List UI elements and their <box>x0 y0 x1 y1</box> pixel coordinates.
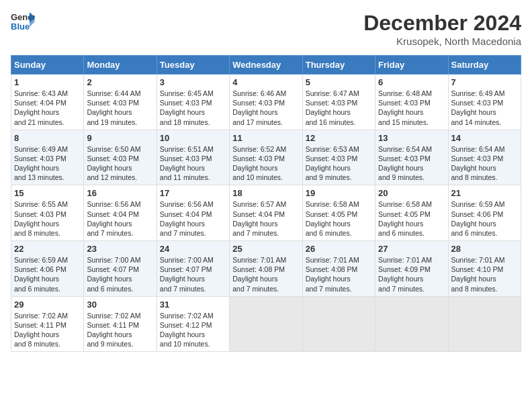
table-row: 29 Sunrise: 7:02 AM Sunset: 4:11 PM Dayl… <box>11 296 84 352</box>
day-info: Sunrise: 6:55 AM Sunset: 4:03 PM Dayligh… <box>14 200 68 237</box>
month-title: December 2024 <box>363 11 521 36</box>
day-info: Sunrise: 7:00 AM Sunset: 4:07 PM Dayligh… <box>160 256 214 293</box>
table-row: 1 Sunrise: 6:43 AM Sunset: 4:04 PM Dayli… <box>11 75 84 130</box>
table-row: 31 Sunrise: 7:02 AM Sunset: 4:12 PM Dayl… <box>157 296 229 352</box>
day-info: Sunrise: 7:02 AM Sunset: 4:11 PM Dayligh… <box>87 312 140 349</box>
header: General Blue December 2024 Krusopek, Nor… <box>11 11 521 47</box>
day-number: 5 <box>306 77 372 87</box>
table-row: 18 Sunrise: 6:57 AM Sunset: 4:04 PM Dayl… <box>230 185 302 241</box>
day-info: Sunrise: 7:01 AM Sunset: 4:09 PM Dayligh… <box>378 256 432 293</box>
logo: General Blue <box>11 11 38 35</box>
location: Krusopek, North Macedonia <box>363 36 521 47</box>
table-row: 25 Sunrise: 7:01 AM Sunset: 4:08 PM Dayl… <box>230 241 302 297</box>
day-info: Sunrise: 6:56 AM Sunset: 4:04 PM Dayligh… <box>87 200 140 237</box>
day-info: Sunrise: 7:01 AM Sunset: 4:08 PM Dayligh… <box>232 256 286 293</box>
day-info: Sunrise: 6:57 AM Sunset: 4:04 PM Dayligh… <box>232 200 286 237</box>
table-row: 28 Sunrise: 7:01 AM Sunset: 4:10 PM Dayl… <box>448 241 521 297</box>
table-row: 12 Sunrise: 6:53 AM Sunset: 4:03 PM Dayl… <box>302 130 375 185</box>
day-info: Sunrise: 7:01 AM Sunset: 4:08 PM Dayligh… <box>306 256 359 293</box>
day-number: 17 <box>160 188 226 198</box>
day-info: Sunrise: 6:59 AM Sunset: 4:06 PM Dayligh… <box>14 256 68 293</box>
table-row: 9 Sunrise: 6:50 AM Sunset: 4:03 PM Dayli… <box>84 130 157 185</box>
table-row: 17 Sunrise: 6:56 AM Sunset: 4:04 PM Dayl… <box>157 185 229 241</box>
table-row: 11 Sunrise: 6:52 AM Sunset: 4:03 PM Dayl… <box>230 130 302 185</box>
day-info: Sunrise: 6:54 AM Sunset: 4:03 PM Dayligh… <box>378 145 432 182</box>
col-wednesday: Wednesday <box>230 56 302 75</box>
table-row: 5 Sunrise: 6:47 AM Sunset: 4:03 PM Dayli… <box>302 75 375 130</box>
day-number: 9 <box>87 133 153 143</box>
title-block: December 2024 Krusopek, North Macedonia <box>363 11 521 47</box>
day-info: Sunrise: 6:56 AM Sunset: 4:04 PM Dayligh… <box>160 200 214 237</box>
logo-icon: General Blue <box>11 11 35 35</box>
table-row: 10 Sunrise: 6:51 AM Sunset: 4:03 PM Dayl… <box>157 130 229 185</box>
day-info: Sunrise: 6:53 AM Sunset: 4:03 PM Dayligh… <box>306 145 359 182</box>
table-row: 16 Sunrise: 6:56 AM Sunset: 4:04 PM Dayl… <box>84 185 157 241</box>
table-row <box>448 296 521 352</box>
table-row: 7 Sunrise: 6:49 AM Sunset: 4:03 PM Dayli… <box>448 75 521 130</box>
day-number: 19 <box>306 188 372 198</box>
calendar-week-row: 8 Sunrise: 6:49 AM Sunset: 4:03 PM Dayli… <box>11 130 521 185</box>
calendar-table: Sunday Monday Tuesday Wednesday Thursday… <box>11 55 521 352</box>
table-row: 20 Sunrise: 6:58 AM Sunset: 4:05 PM Dayl… <box>375 185 448 241</box>
header-row: Sunday Monday Tuesday Wednesday Thursday… <box>11 56 521 75</box>
day-number: 22 <box>14 244 81 254</box>
table-row <box>230 296 302 352</box>
table-row: 14 Sunrise: 6:54 AM Sunset: 4:03 PM Dayl… <box>448 130 521 185</box>
table-row: 6 Sunrise: 6:48 AM Sunset: 4:03 PM Dayli… <box>375 75 448 130</box>
day-info: Sunrise: 6:44 AM Sunset: 4:03 PM Dayligh… <box>87 89 140 126</box>
table-row: 21 Sunrise: 6:59 AM Sunset: 4:06 PM Dayl… <box>448 185 521 241</box>
calendar-week-row: 22 Sunrise: 6:59 AM Sunset: 4:06 PM Dayl… <box>11 241 521 297</box>
day-number: 4 <box>232 77 299 87</box>
day-number: 29 <box>14 300 81 310</box>
day-number: 15 <box>14 188 81 198</box>
table-row: 22 Sunrise: 6:59 AM Sunset: 4:06 PM Dayl… <box>11 241 84 297</box>
day-info: Sunrise: 6:48 AM Sunset: 4:03 PM Dayligh… <box>378 89 432 126</box>
table-row: 8 Sunrise: 6:49 AM Sunset: 4:03 PM Dayli… <box>11 130 84 185</box>
day-info: Sunrise: 6:58 AM Sunset: 4:05 PM Dayligh… <box>378 200 432 237</box>
day-number: 24 <box>160 244 226 254</box>
day-number: 2 <box>87 77 153 87</box>
col-thursday: Thursday <box>302 56 375 75</box>
day-number: 11 <box>232 133 299 143</box>
col-monday: Monday <box>84 56 157 75</box>
day-number: 16 <box>87 188 153 198</box>
day-number: 14 <box>451 133 518 143</box>
calendar-week-row: 29 Sunrise: 7:02 AM Sunset: 4:11 PM Dayl… <box>11 296 521 352</box>
day-info: Sunrise: 6:51 AM Sunset: 4:03 PM Dayligh… <box>160 145 214 182</box>
col-saturday: Saturday <box>448 56 521 75</box>
day-number: 23 <box>87 244 153 254</box>
table-row: 2 Sunrise: 6:44 AM Sunset: 4:03 PM Dayli… <box>84 75 157 130</box>
day-info: Sunrise: 6:49 AM Sunset: 4:03 PM Dayligh… <box>451 89 505 126</box>
table-row: 4 Sunrise: 6:46 AM Sunset: 4:03 PM Dayli… <box>230 75 302 130</box>
day-info: Sunrise: 6:49 AM Sunset: 4:03 PM Dayligh… <box>14 145 68 182</box>
day-number: 26 <box>306 244 372 254</box>
day-info: Sunrise: 6:47 AM Sunset: 4:03 PM Dayligh… <box>306 89 359 126</box>
table-row: 30 Sunrise: 7:02 AM Sunset: 4:11 PM Dayl… <box>84 296 157 352</box>
day-info: Sunrise: 6:43 AM Sunset: 4:04 PM Dayligh… <box>14 89 68 126</box>
table-row: 26 Sunrise: 7:01 AM Sunset: 4:08 PM Dayl… <box>302 241 375 297</box>
day-info: Sunrise: 6:50 AM Sunset: 4:03 PM Dayligh… <box>87 145 140 182</box>
day-number: 7 <box>451 77 518 87</box>
table-row <box>375 296 448 352</box>
col-sunday: Sunday <box>11 56 84 75</box>
day-number: 12 <box>306 133 372 143</box>
day-number: 21 <box>451 188 518 198</box>
calendar-week-row: 15 Sunrise: 6:55 AM Sunset: 4:03 PM Dayl… <box>11 185 521 241</box>
table-row: 15 Sunrise: 6:55 AM Sunset: 4:03 PM Dayl… <box>11 185 84 241</box>
day-info: Sunrise: 6:54 AM Sunset: 4:03 PM Dayligh… <box>451 145 505 182</box>
day-info: Sunrise: 7:00 AM Sunset: 4:07 PM Dayligh… <box>87 256 140 293</box>
table-row: 27 Sunrise: 7:01 AM Sunset: 4:09 PM Dayl… <box>375 241 448 297</box>
day-number: 1 <box>14 77 81 87</box>
table-row: 24 Sunrise: 7:00 AM Sunset: 4:07 PM Dayl… <box>157 241 229 297</box>
day-number: 18 <box>232 188 299 198</box>
day-number: 30 <box>87 300 153 310</box>
day-info: Sunrise: 7:02 AM Sunset: 4:11 PM Dayligh… <box>14 312 68 349</box>
day-info: Sunrise: 6:59 AM Sunset: 4:06 PM Dayligh… <box>451 200 505 237</box>
page-container: General Blue December 2024 Krusopek, Nor… <box>0 0 532 357</box>
day-number: 31 <box>160 300 226 310</box>
col-tuesday: Tuesday <box>157 56 229 75</box>
table-row: 23 Sunrise: 7:00 AM Sunset: 4:07 PM Dayl… <box>84 241 157 297</box>
day-number: 25 <box>232 244 299 254</box>
table-row: 19 Sunrise: 6:58 AM Sunset: 4:05 PM Dayl… <box>302 185 375 241</box>
day-number: 10 <box>160 133 226 143</box>
